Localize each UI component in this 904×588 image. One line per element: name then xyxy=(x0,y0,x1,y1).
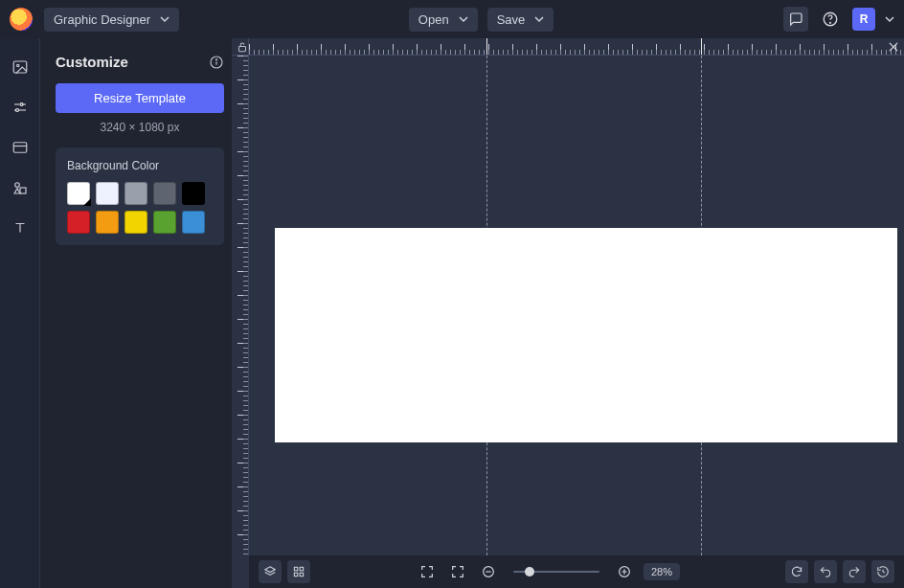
color-swatch[interactable] xyxy=(153,211,176,234)
color-swatch[interactable] xyxy=(153,182,176,205)
shapes-icon xyxy=(11,179,29,196)
sliders-icon xyxy=(11,99,29,116)
history-icon xyxy=(876,565,890,578)
color-swatch[interactable] xyxy=(67,211,90,234)
undo-icon xyxy=(819,565,832,578)
svg-point-1 xyxy=(830,22,831,23)
template-dimensions: 3240 × 1080 px xyxy=(56,121,224,134)
svg-rect-13 xyxy=(300,567,304,571)
color-swatch[interactable] xyxy=(124,211,147,234)
svg-rect-6 xyxy=(13,143,27,153)
color-swatch[interactable] xyxy=(182,182,205,205)
ruler-marker xyxy=(701,38,702,56)
user-avatar[interactable]: R xyxy=(852,8,875,31)
chevron-down-icon[interactable] xyxy=(885,14,894,24)
svg-rect-14 xyxy=(294,573,298,577)
tool-rail xyxy=(0,38,40,588)
canvas-status-bar: 28% xyxy=(249,555,904,588)
svg-rect-2 xyxy=(13,61,27,73)
save-button[interactable]: Save xyxy=(487,8,554,32)
refresh-icon xyxy=(790,565,803,578)
ruler-vertical[interactable] xyxy=(232,56,249,555)
rail-shapes-button[interactable] xyxy=(9,176,32,199)
chevron-down-icon xyxy=(160,14,170,24)
color-swatch[interactable] xyxy=(96,211,119,234)
svg-rect-11 xyxy=(239,46,246,51)
ruler-marker xyxy=(486,38,487,56)
expand-icon xyxy=(450,564,465,579)
refresh-button[interactable] xyxy=(785,560,808,583)
expand-button[interactable] xyxy=(446,560,469,583)
zoom-thumb[interactable] xyxy=(525,567,534,577)
lock-icon[interactable] xyxy=(236,40,249,54)
color-swatch[interactable] xyxy=(67,182,90,205)
svg-point-7 xyxy=(14,183,19,188)
artboard[interactable] xyxy=(275,228,897,442)
help-circle-icon xyxy=(822,11,839,28)
app-title: Graphic Designer xyxy=(54,12,150,27)
zoom-out-button[interactable] xyxy=(477,560,500,583)
rail-adjust-button[interactable] xyxy=(9,96,32,119)
fit-screen-button[interactable] xyxy=(416,560,439,583)
redo-icon xyxy=(848,565,861,578)
color-swatch[interactable] xyxy=(96,182,119,205)
chat-icon xyxy=(788,11,803,27)
background-color-label: Background Color xyxy=(67,159,213,172)
info-button[interactable] xyxy=(209,55,224,70)
open-button[interactable]: Open xyxy=(409,8,478,32)
plus-circle-icon xyxy=(617,564,632,579)
close-button[interactable] xyxy=(887,40,900,54)
svg-point-10 xyxy=(215,58,216,59)
layout-icon xyxy=(11,139,29,156)
chevron-down-icon xyxy=(459,14,468,24)
rail-frame-button[interactable] xyxy=(9,136,32,159)
ruler-horizontal[interactable] xyxy=(249,38,904,56)
panel-title: Customize xyxy=(56,54,128,70)
maximize-icon xyxy=(419,564,435,579)
info-circle-icon xyxy=(209,55,224,70)
text-icon xyxy=(11,219,29,237)
grid-button[interactable] xyxy=(287,560,310,583)
svg-rect-8 xyxy=(20,188,26,193)
svg-point-3 xyxy=(16,64,18,66)
zoom-slider[interactable] xyxy=(513,571,599,573)
minus-circle-icon xyxy=(481,564,496,579)
app-title-dropdown[interactable]: Graphic Designer xyxy=(44,8,179,32)
color-swatch[interactable] xyxy=(182,211,205,234)
rail-image-button[interactable] xyxy=(9,56,32,79)
color-swatch[interactable] xyxy=(124,182,147,205)
comments-button[interactable] xyxy=(783,7,808,32)
canvas-area: 28% xyxy=(232,38,904,588)
image-icon xyxy=(11,58,29,76)
zoom-in-button[interactable] xyxy=(613,560,636,583)
customize-panel: Customize Resize Template 3240 × 1080 px… xyxy=(40,38,232,588)
undo-button[interactable] xyxy=(814,560,837,583)
chevron-down-icon xyxy=(534,14,544,24)
app-logo[interactable] xyxy=(10,8,33,31)
zoom-percentage[interactable]: 28% xyxy=(644,563,680,580)
svg-rect-15 xyxy=(300,573,304,577)
rail-text-button[interactable] xyxy=(9,216,32,239)
resize-template-button[interactable]: Resize Template xyxy=(56,83,224,113)
grid-icon xyxy=(292,565,305,578)
svg-point-5 xyxy=(15,109,18,112)
background-color-box: Background Color xyxy=(56,147,224,245)
svg-rect-12 xyxy=(294,567,298,571)
canvas-viewport[interactable] xyxy=(249,56,904,555)
layers-button[interactable] xyxy=(259,560,282,583)
layers-icon xyxy=(263,565,277,578)
close-icon xyxy=(887,40,900,54)
history-button[interactable] xyxy=(871,560,894,583)
redo-button[interactable] xyxy=(843,560,866,583)
help-button[interactable] xyxy=(818,7,843,32)
